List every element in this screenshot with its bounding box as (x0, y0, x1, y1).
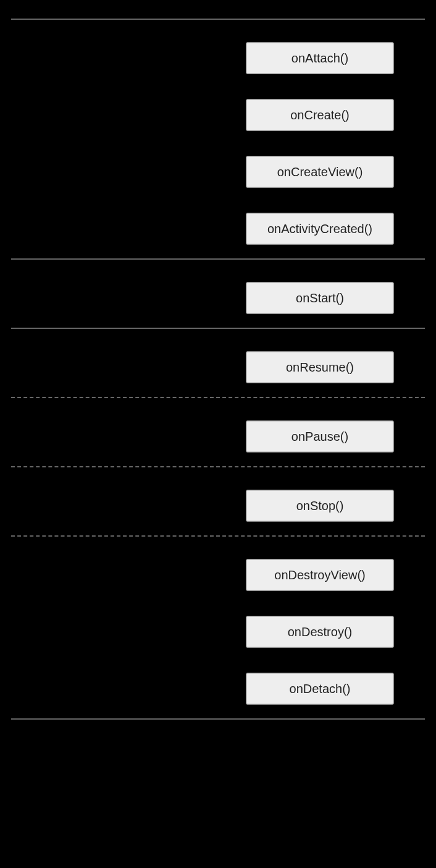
lifecycle-box-onstart: onStart() (246, 282, 394, 314)
lifecycle-box-onstop: onStop() (246, 490, 394, 522)
lifecycle-box-onresume: onResume() (246, 351, 394, 383)
fragment-lifecycle-diagram: onAttach() onCreate() onCreateView() onA… (0, 0, 436, 732)
section-resumed: onResume() (0, 329, 436, 397)
section-divider (11, 718, 425, 720)
section-stopped: onStop() (0, 467, 436, 535)
section-started: onStart() (0, 260, 436, 328)
lifecycle-box-ondestroyview: onDestroyView() (246, 559, 394, 591)
section-destroyed: onDestroyView() onDestroy() onDetach() (0, 537, 436, 718)
lifecycle-box-oncreate: onCreate() (246, 99, 394, 131)
lifecycle-box-oncreateview: onCreateView() (246, 156, 394, 188)
lifecycle-box-onattach: onAttach() (246, 42, 394, 74)
section-paused: onPause() (0, 398, 436, 466)
section-created: onAttach() onCreate() onCreateView() onA… (0, 20, 436, 258)
lifecycle-box-onpause: onPause() (246, 420, 394, 453)
lifecycle-box-ondestroy: onDestroy() (246, 616, 394, 648)
lifecycle-box-onactivitycreated: onActivityCreated() (246, 213, 394, 245)
lifecycle-box-ondetach: onDetach() (246, 673, 394, 705)
